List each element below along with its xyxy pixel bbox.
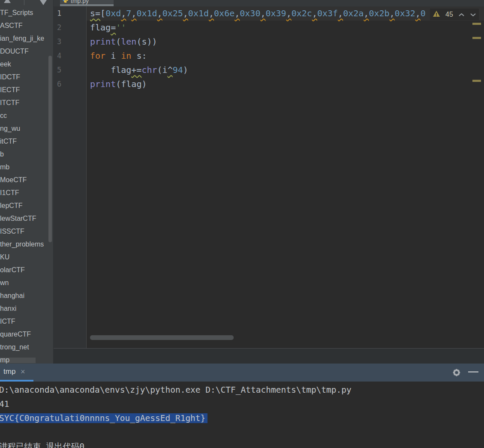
code-line: s=[0xd,7,0x1d,0x25,0x1d,0x6e,0x30,0x39,0… (54, 6, 484, 21)
chevron-up-icon[interactable] (458, 11, 465, 18)
code-token: += (131, 65, 141, 75)
code-token: 0x30 (240, 8, 260, 18)
code-token: 94 (173, 65, 183, 75)
sidebar-item[interactable]: cc (0, 109, 53, 122)
sidebar-item[interactable]: ng_wu (0, 122, 53, 135)
gear-icon[interactable] (451, 367, 462, 378)
code-token: ( (116, 36, 121, 47)
code-token: 0x1d (136, 8, 157, 18)
sidebar-item[interactable]: TF_Scripts (0, 6, 53, 19)
sidebar-item[interactable]: IECTF (0, 84, 53, 96)
warning-stripe-mark[interactable] (472, 80, 481, 82)
sidebar-item[interactable]: ICTF (0, 315, 53, 328)
editor-tab-label: tmp.py (71, 0, 89, 4)
code-token: , (415, 8, 421, 18)
inspections-widget[interactable]: 45 (430, 9, 479, 20)
code-token: , (338, 8, 343, 18)
code-token: , (209, 8, 214, 18)
sidebar-item[interactable]: I1CTF (0, 186, 53, 199)
code-token: [ (100, 8, 105, 18)
code-token: , (312, 8, 317, 18)
sidebar-item[interactable]: eek (0, 58, 53, 71)
sidebar-toolbar (0, 0, 53, 6)
sidebar-item[interactable]: KU (0, 251, 53, 264)
sidebar-item[interactable]: quareCTF (0, 328, 53, 341)
minimize-icon[interactable] (468, 371, 478, 373)
sidebar-item[interactable]: MoeCTF (0, 174, 53, 186)
code-token: , (260, 8, 265, 18)
sidebar-item[interactable]: ian_feng_ji_ke (0, 32, 53, 45)
sidebar-item[interactable]: hanxi (0, 302, 53, 315)
sidebar-item[interactable]: wn (0, 277, 53, 289)
sidebar-item[interactable]: DOUCTF (0, 45, 53, 58)
code-token: 0 (421, 8, 426, 18)
code-editor: tmp.py 123456 s=[0xd,7,0x1d,0x25,0x1d,0x… (54, 0, 484, 348)
code-token: in (121, 51, 131, 61)
sidebar-item[interactable]: mb (0, 161, 53, 174)
sidebar-item[interactable]: IDCTF (0, 71, 53, 84)
warning-count: 45 (445, 11, 453, 18)
sidebar-item[interactable]: itCTF (0, 135, 53, 148)
code-line: flag='' (54, 21, 484, 35)
warning-stripe-mark[interactable] (472, 23, 481, 25)
code-area[interactable]: s=[0xd,7,0x1d,0x25,0x1d,0x6e,0x30,0x39,0… (54, 6, 484, 91)
editor-tab[interactable]: tmp.py (60, 0, 114, 6)
sidebar-item[interactable]: olarCTF (0, 264, 53, 277)
sidebar-item[interactable]: lewStarCTF (0, 212, 53, 225)
code-token: , (183, 8, 188, 18)
code-line: print(flag) (54, 77, 484, 91)
warning-stripe-mark[interactable] (472, 37, 481, 39)
nav-up-icon[interactable] (4, 0, 11, 3)
code-token: 0x3f (317, 8, 338, 18)
sidebar-item[interactable]: mp (0, 354, 53, 364)
nav-down-icon[interactable] (40, 0, 47, 5)
code-token: 0x6e (214, 8, 234, 18)
code-line: print(len(s)) (54, 35, 484, 49)
console-line: 41 (0, 397, 484, 411)
code-token: 0x2a (343, 8, 364, 18)
code-token: (flag) (116, 79, 147, 89)
code-token: , (157, 8, 162, 18)
code-token: print (90, 36, 116, 47)
sidebar-scrollbar[interactable] (48, 56, 52, 242)
sidebar-item[interactable]: hanghai (0, 289, 53, 302)
code-token: , (121, 8, 126, 18)
editor-horizontal-scrollbar[interactable] (90, 335, 234, 340)
code-token: chr (141, 65, 157, 75)
code-token: = (111, 22, 116, 33)
sidebar-item[interactable]: ther_problems (0, 238, 53, 251)
console-output[interactable]: D:\anaconda\anaconda\envs\zjy\python.exe… (0, 382, 484, 448)
code-token: 0x32 (395, 8, 415, 18)
toolbar-divider (24, 0, 24, 5)
code-token: , (364, 8, 369, 18)
console-line: 进程已结束,退出代码0 (0, 439, 484, 448)
code-token: 0x2c (292, 8, 312, 18)
run-tab-label: tmp (3, 364, 15, 380)
chevron-down-icon[interactable] (470, 11, 476, 18)
code-token: i (105, 51, 121, 61)
console-line: D:\anaconda\anaconda\envs\zjy\python.exe… (0, 383, 484, 397)
warning-icon (433, 10, 440, 19)
code-token: ) (183, 65, 188, 75)
sidebar-item[interactable]: lepCTF (0, 199, 53, 212)
code-token: 0x25 (162, 8, 183, 18)
code-token: ^ (168, 65, 173, 75)
close-icon[interactable]: × (21, 364, 25, 380)
sidebar-item[interactable]: ISSCTF (0, 225, 53, 238)
console-line: SYC{C0ngratulati0nnnns_You_gAessEd_R1ght… (0, 411, 484, 425)
editor-tab-bar: tmp.py (54, 0, 484, 7)
code-token: 7 (126, 8, 131, 18)
run-tab[interactable]: tmp × (0, 364, 33, 382)
editor-bottom-strip (54, 348, 484, 364)
code-token: flag (90, 22, 111, 33)
code-token: len (121, 36, 136, 47)
sidebar-item[interactable]: b (0, 148, 53, 161)
sidebar-item[interactable]: trong_net (0, 341, 53, 354)
run-panel: tmp × D:\anaconda\anaconda\envs\zjy\pyth… (0, 364, 484, 448)
sidebar-item[interactable]: ASCTF (0, 19, 53, 32)
code-token: 0x1d (188, 8, 209, 18)
sidebar-item[interactable]: ITCTF (0, 96, 53, 109)
editor-tab-underline (60, 4, 114, 6)
code-token: , (234, 8, 240, 18)
sidebar-list: TF_ScriptsASCTFian_feng_ji_keDOUCTFeekID… (0, 6, 53, 364)
